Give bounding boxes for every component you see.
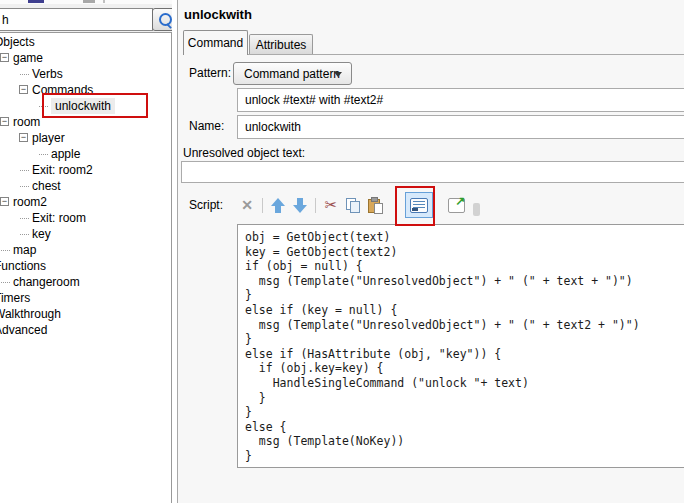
tree-item-label: map [13,243,36,257]
tree-item-game[interactable]: −game [0,50,171,66]
tree-connector [39,154,48,155]
name-label: Name: [189,119,224,133]
tree-item-label: key [32,227,51,241]
script-toolbar: ✕ ✂ [236,191,480,219]
tree-item-commands[interactable]: −Commands [0,82,171,98]
app-window: Objects−gameVerbs−Commandsunlockwith−roo… [0,0,684,503]
name-input[interactable] [237,115,684,139]
tree-item-label: game [13,51,43,65]
tree-item-player[interactable]: −player [0,130,171,146]
collapse-icon[interactable]: − [0,117,9,126]
object-tree: Objects−gameVerbs−Commandsunlockwith−roo… [0,32,172,503]
open-in-window-icon[interactable] [445,193,467,217]
tab-attributes[interactable]: Attributes [249,34,313,54]
tree-item-exit-room[interactable]: Exit: room [0,210,171,226]
tree-item-functions[interactable]: Functions [0,258,171,274]
tree-item-timers[interactable]: Timers [0,290,171,306]
tree-connector [1,282,10,283]
tree-item-advanced[interactable]: Advanced [0,322,171,338]
tree-connector [20,74,29,75]
pattern-label: Pattern: [189,66,231,80]
tree-connector [39,106,48,107]
tree-item-label: Walkthrough [0,307,61,321]
tree-item-label: Timers [0,291,30,305]
tree-item-changeroom[interactable]: changeroom [0,274,171,290]
tree-item-chest[interactable]: chest [0,178,171,194]
delete-icon[interactable]: ✕ [236,193,258,217]
toolbar-separator [315,198,316,213]
tree-connector [20,234,29,235]
pattern-type-value: Command pattern [244,67,340,81]
tree-item-label: Verbs [32,67,63,81]
editor-panel: unlockwith Command Attributes Pattern: C… [178,0,684,503]
tree-item-label: Commands [32,83,93,97]
chevron-down-icon [334,72,342,77]
tree-item-label: room [13,115,40,129]
script-label: Script: [189,198,223,212]
tree-item-map[interactable]: map [0,242,171,258]
tree-item-label: Objects [0,35,35,49]
tree-item-label: unlockwith [51,98,115,114]
unresolved-label: Unresolved object text: [183,146,305,160]
tree-item-objects[interactable]: Objects [0,34,171,50]
tree-item-label: chest [32,179,61,193]
tab-command[interactable]: Command [183,30,248,55]
collapse-icon[interactable]: − [19,133,28,142]
toolbar-separator [262,198,263,213]
tree-connector [20,218,29,219]
script-code-editor[interactable]: obj = GetObject(text) key = GetObject(te… [237,224,684,468]
collapse-icon[interactable]: − [0,197,9,206]
tree-item-label: apple [51,147,80,161]
tree-item-label: player [32,131,65,145]
page-title: unlockwith [184,7,252,22]
code-view-icon[interactable] [405,192,433,218]
tree-item-label: Exit: room2 [32,163,93,177]
cut-icon[interactable]: ✂ [320,193,342,217]
pattern-input[interactable] [237,88,684,112]
left-panel: Objects−gameVerbs−Commandsunlockwith−roo… [0,4,177,503]
tree-item-label: Advanced [0,323,47,337]
tree-item-apple[interactable]: apple [0,146,171,162]
paste-icon[interactable] [364,193,386,217]
tree-item-label: Functions [0,259,46,273]
tree-connector [1,250,10,251]
unresolved-input[interactable] [181,161,684,183]
copy-icon[interactable] [342,193,364,217]
move-up-icon[interactable] [267,193,289,217]
tree-item-walkthrough[interactable]: Walkthrough [0,306,171,322]
tree-item-room[interactable]: −room [0,114,171,130]
tree-connector [20,186,29,187]
search-input[interactable] [0,8,153,31]
collapse-icon[interactable]: − [19,85,28,94]
toolbar-overflow-grip[interactable] [473,203,480,216]
tree-item-key[interactable]: key [0,226,171,242]
tree-item-label: Exit: room [32,211,86,225]
collapse-icon[interactable]: − [0,53,9,62]
tree-item-unlockwith[interactable]: unlockwith [0,98,171,114]
tree-item-label: room2 [13,195,47,209]
tree-item-room2[interactable]: −room2 [0,194,171,210]
tree-item-label: changeroom [13,275,80,289]
tree-connector [20,170,29,171]
search-icon-handle [166,23,172,29]
toolbar-fragment [83,0,95,3]
move-down-icon[interactable] [289,193,311,217]
toolbar-fragment [103,0,105,3]
tree-item-verbs[interactable]: Verbs [0,66,171,82]
toolbar-fragment [28,0,44,3]
tree-item-exit-room2[interactable]: Exit: room2 [0,162,171,178]
pattern-type-dropdown[interactable]: Command pattern [233,62,352,85]
